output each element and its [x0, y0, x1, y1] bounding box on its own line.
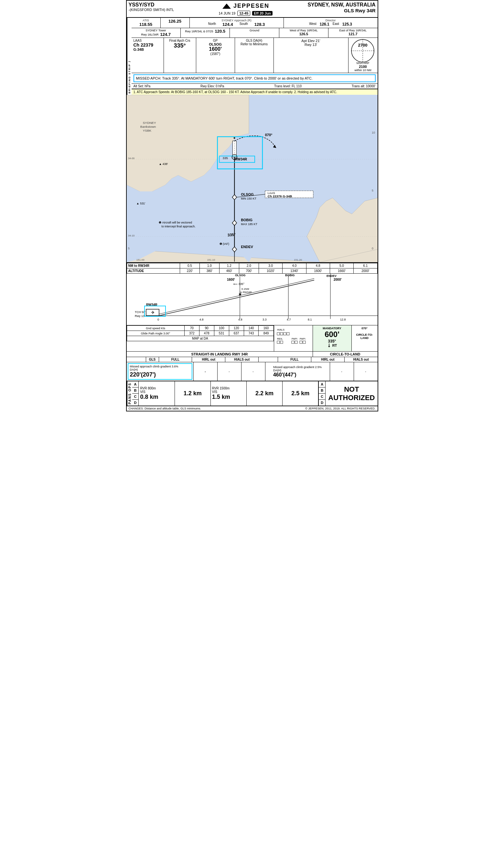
- svg-rect-80: [280, 332, 283, 335]
- approach-label: SYDNEY Approach (R): [192, 19, 282, 22]
- svg-rect-84: [277, 341, 280, 343]
- pans-col2: 1.2 km: [175, 381, 211, 406]
- tower-freq: 124.7: [160, 32, 171, 37]
- briefing-strip-label: BRIEFING STRIP ™: [127, 18, 131, 95]
- mid-spacer: [258, 357, 278, 362]
- turn-rt: RT: [332, 343, 337, 347]
- nm-61: 6.1: [354, 263, 377, 269]
- header: YSSY/SYD -(KINGSFORD SMITH) INTL JEPPESE…: [127, 1, 378, 18]
- min2-info: Missed approach climb gradient 2.5% DA(H…: [272, 365, 323, 379]
- arrow-down-icon: [327, 343, 331, 347]
- svg-text:✈: ✈: [151, 310, 155, 315]
- val3: 2.5 km: [291, 390, 309, 397]
- svg-text:⟵ 335°: ⟵ 335°: [234, 282, 245, 286]
- svg-text:34-10: 34-10: [128, 234, 135, 237]
- alt-460: 460': [219, 269, 239, 274]
- ground-freq1: 126.5: [281, 32, 326, 36]
- east-of-label: East of Rwy 16R/34L: [330, 29, 376, 32]
- svg-text:0: 0: [157, 318, 159, 321]
- eff-date: Eff 20 Jun: [252, 11, 272, 15]
- ground-label: Ground: [232, 29, 277, 32]
- spd-90: 90: [199, 326, 214, 331]
- full-col2: FULL: [278, 357, 311, 362]
- tower-label: SYDNEY Tower: [133, 29, 179, 32]
- ground-label-cell: Ground: [230, 28, 279, 38]
- east-freq: 125.3: [342, 22, 352, 27]
- straight-in-label: STRAIGHT-IN LANDING RWY 34R: [127, 352, 313, 357]
- vis1-val: 0.8 km: [140, 394, 173, 400]
- west-freq: 126.1: [320, 22, 330, 27]
- svg-rect-87: [292, 341, 294, 343]
- svg-text:6.1NM: 6.1NM: [241, 288, 249, 290]
- gls-label: GLS DA(H): [237, 39, 271, 42]
- nm-30: 3.0: [258, 263, 282, 269]
- svg-text:4.8: 4.8: [238, 318, 242, 321]
- svg-text:151-20: 151-20: [294, 258, 302, 261]
- rate-743: 743: [244, 331, 258, 336]
- val1: 1.2 km: [184, 390, 202, 397]
- heading-070: 070°: [353, 327, 376, 330]
- spd-160: 160: [258, 326, 274, 331]
- svg-text:BOBIG: BOBIG: [285, 274, 295, 277]
- svg-text:▲ 438': ▲ 438': [159, 162, 168, 166]
- vis2-label: VIS: [212, 390, 245, 394]
- vis1-label: VIS: [140, 390, 173, 394]
- abcd-left: A B C D: [132, 381, 139, 406]
- spd-120: 120: [229, 326, 244, 331]
- lighting-diagram: HIALS REIL PAPI PAPI: [276, 327, 311, 349]
- minimums-section: STRAIGHT-IN LANDING RWY 34R CIRCLE-TO-LA…: [127, 352, 378, 381]
- rvr1-label: RVR 800m: [140, 386, 173, 390]
- abcd-d-left: D: [132, 400, 139, 406]
- circle-to-land-header: CIRCLE-TO-LAND: [313, 352, 378, 357]
- apt-elev-label: Apt Elev 21': [276, 39, 346, 43]
- alt-380: 380': [199, 269, 219, 274]
- rate-531: 531: [214, 331, 229, 336]
- mandatory-section: MANDATORY 600' 335° RT 070° CIRCLE-TO-LA…: [313, 325, 378, 351]
- pans-col4: 2.2 km: [247, 381, 282, 406]
- alt-set: Alt Set: hPa: [134, 84, 151, 88]
- pans-ops-section: PANS OPS A B C D RVR 800m VIS 0.8 km 1.2…: [127, 381, 378, 406]
- svg-text:ENDEV: ENDEV: [241, 245, 253, 249]
- atis-label: ATIS: [134, 19, 158, 22]
- svg-text:335: 335: [222, 156, 228, 160]
- ground-freq2: 121.7: [330, 32, 376, 36]
- west-label: West: [309, 22, 317, 27]
- changes-text: CHANGES: Distance and altitude table, GL…: [129, 407, 201, 410]
- abcd-b-right: B: [319, 387, 325, 394]
- alt-1340: 1340': [282, 269, 306, 274]
- rwy-label2: Rwy 16R/34L & 07/25: [185, 30, 213, 33]
- freq-row-1: ATIS 118.55 126.25 SYDNEY Approach (R) N…: [131, 18, 378, 28]
- director-cell: Director West 126.1 East 125.3: [284, 18, 378, 28]
- abcd-d-right: D: [319, 400, 325, 406]
- rwy-elev: Rwy Elev: 0 hPa: [200, 84, 224, 88]
- south-freq: 128.3: [254, 22, 265, 27]
- mandatory-box: MANDATORY 600' 335° RT: [313, 325, 352, 351]
- svg-marker-0: [222, 3, 231, 9]
- svg-text:12.8: 12.8: [340, 318, 346, 321]
- abcd-a-left: A: [132, 381, 139, 387]
- msa-label: MSA ARP 2100 within 10 NM: [354, 62, 371, 72]
- abcd-a-right: A: [319, 381, 325, 387]
- min2-col5: -: [330, 362, 354, 381]
- gls-col-label: GLS: [146, 357, 159, 362]
- svg-text:BOBIG: BOBIG: [241, 218, 252, 222]
- ground1-cell: West of Rwy 16R/34L 126.5: [279, 28, 328, 38]
- svg-text:MIN 150 KT: MIN 150 KT: [241, 197, 256, 200]
- trans-level: Trans level: FL 110: [274, 84, 302, 88]
- spd-70: 70: [184, 326, 199, 331]
- freq-row-2: SYDNEY Tower Rwy 16L/34R 124.7 Rwy 16R/3…: [131, 28, 378, 38]
- abcd-c-right: C: [319, 394, 325, 400]
- pans-ops-label: PANS OPS: [127, 381, 132, 406]
- svg-rect-91: [303, 341, 306, 343]
- svg-text:34-00: 34-00: [128, 157, 135, 160]
- svg-text:3.3: 3.3: [263, 318, 267, 321]
- svg-text:151-00: 151-00: [136, 258, 144, 261]
- svg-text:❶  Aircraft will be vectored: ❶ Aircraft will be vectored: [159, 221, 192, 224]
- nm-40: 4.0: [282, 263, 306, 269]
- jeppesen-logo-icon: [222, 3, 232, 9]
- circle-to-land: CIRCLE-TO-LAND: [353, 333, 376, 340]
- north-label: North: [208, 22, 216, 27]
- map-at-da-label: MAP at DA: [127, 336, 274, 341]
- svg-marker-93: [328, 346, 330, 347]
- full-col1: FULL: [159, 357, 192, 362]
